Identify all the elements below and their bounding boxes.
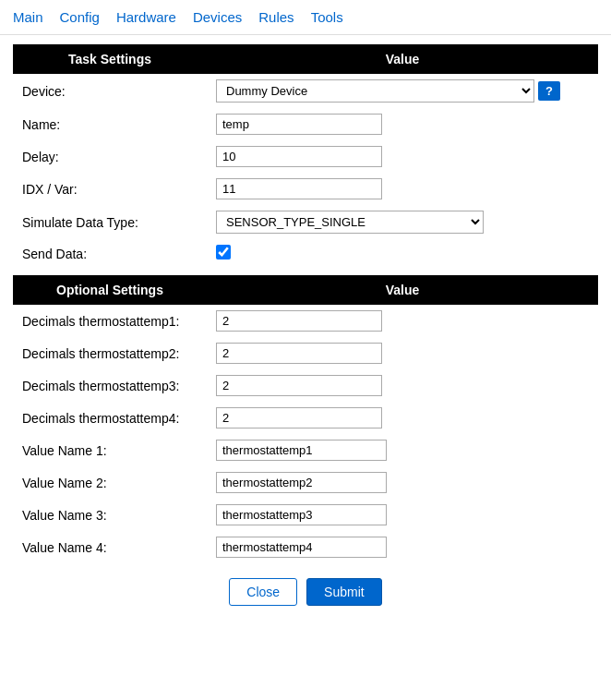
dec1-cell — [207, 305, 598, 337]
dec4-cell — [207, 402, 598, 434]
device-input-group: Dummy Device ? — [216, 79, 589, 103]
name-row: Name: — [13, 108, 598, 140]
device-label: Device: — [13, 74, 207, 108]
vname4-input[interactable] — [216, 537, 387, 558]
idx-label: IDX / Var: — [13, 173, 207, 205]
vname2-row: Value Name 2: — [13, 466, 598, 499]
vname3-row: Value Name 3: — [13, 499, 598, 531]
vname4-label: Value Name 4: — [13, 531, 207, 563]
simulate-select[interactable]: SENSOR_TYPE_SINGLE — [216, 211, 484, 234]
dec1-label: Decimals thermostattemp1: — [13, 305, 207, 337]
dec4-input[interactable] — [216, 407, 382, 428]
device-cell: Dummy Device ? — [207, 74, 598, 108]
dec3-input[interactable] — [216, 375, 382, 396]
nav-main[interactable]: Main — [13, 9, 43, 25]
task-settings-header-row: Task Settings Value — [13, 44, 598, 74]
device-help-button[interactable]: ? — [538, 81, 560, 101]
nav-hardware[interactable]: Hardware — [116, 9, 176, 25]
simulate-label: Simulate Data Type: — [13, 205, 207, 239]
vname4-cell — [207, 531, 598, 563]
nav-config[interactable]: Config — [60, 9, 100, 25]
idx-row: IDX / Var: — [13, 173, 598, 205]
delay-label: Delay: — [13, 140, 207, 173]
delay-input[interactable] — [216, 146, 382, 167]
vname3-cell — [207, 499, 598, 531]
device-row: Device: Dummy Device ? — [13, 74, 598, 108]
vname2-input[interactable] — [216, 472, 387, 493]
dec4-row: Decimals thermostattemp4: — [13, 402, 598, 434]
dec3-row: Decimals thermostattemp3: — [13, 369, 598, 402]
vname2-cell — [207, 466, 598, 499]
vname1-cell — [207, 434, 598, 466]
main-nav: Main Config Hardware Devices Rules Tools — [0, 0, 611, 35]
dec1-row: Decimals thermostattemp1: — [13, 305, 598, 337]
vname3-label: Value Name 3: — [13, 499, 207, 531]
dec3-label: Decimals thermostattemp3: — [13, 369, 207, 402]
name-input[interactable] — [216, 114, 382, 135]
vname1-input[interactable] — [216, 440, 387, 461]
task-settings-col2: Value — [207, 44, 598, 74]
simulate-cell: SENSOR_TYPE_SINGLE — [207, 205, 598, 239]
submit-button[interactable]: Submit — [306, 578, 382, 606]
send-data-label: Send Data: — [13, 239, 207, 268]
optional-settings-col2: Value — [207, 275, 598, 305]
send-data-checkbox[interactable] — [216, 245, 231, 259]
name-cell — [207, 108, 598, 140]
vname1-label: Value Name 1: — [13, 434, 207, 466]
idx-cell — [207, 173, 598, 205]
vname1-row: Value Name 1: — [13, 434, 598, 466]
optional-settings-col1: Optional Settings — [13, 275, 207, 305]
nav-rules[interactable]: Rules — [258, 9, 294, 25]
button-row: Close Submit — [13, 578, 598, 606]
simulate-row: Simulate Data Type: SENSOR_TYPE_SINGLE — [13, 205, 598, 239]
send-data-row: Send Data: — [13, 239, 598, 268]
dec3-cell — [207, 369, 598, 402]
nav-devices[interactable]: Devices — [193, 9, 242, 25]
task-settings-col1: Task Settings — [13, 44, 207, 74]
dec2-input[interactable] — [216, 343, 382, 364]
send-data-cell — [207, 239, 598, 268]
optional-settings-table: Optional Settings Value Decimals thermos… — [13, 275, 598, 563]
device-select[interactable]: Dummy Device — [216, 79, 534, 103]
dec1-input[interactable] — [216, 310, 382, 332]
vname4-row: Value Name 4: — [13, 531, 598, 563]
vname2-label: Value Name 2: — [13, 466, 207, 499]
vname3-input[interactable] — [216, 504, 387, 525]
dec2-cell — [207, 337, 598, 369]
main-content: Task Settings Value Device: Dummy Device… — [0, 35, 611, 624]
task-settings-table: Task Settings Value Device: Dummy Device… — [13, 44, 598, 268]
optional-settings-header-row: Optional Settings Value — [13, 275, 598, 305]
name-label: Name: — [13, 108, 207, 140]
nav-tools[interactable]: Tools — [311, 9, 343, 25]
dec4-label: Decimals thermostattemp4: — [13, 402, 207, 434]
dec2-label: Decimals thermostattemp2: — [13, 337, 207, 369]
delay-cell — [207, 140, 598, 173]
delay-row: Delay: — [13, 140, 598, 173]
dec2-row: Decimals thermostattemp2: — [13, 337, 598, 369]
idx-input[interactable] — [216, 178, 382, 199]
close-button[interactable]: Close — [229, 578, 297, 606]
